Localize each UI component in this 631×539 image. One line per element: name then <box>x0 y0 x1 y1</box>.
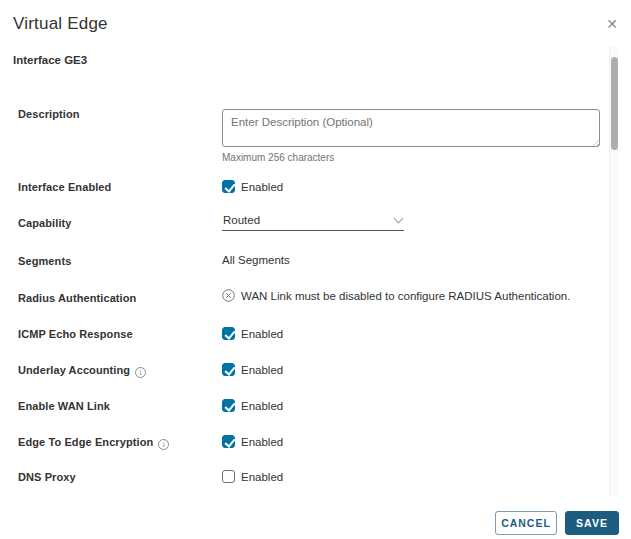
scrollbar-track[interactable] <box>609 46 618 497</box>
dns-proxy-checkbox[interactable] <box>222 470 235 483</box>
description-label: Description <box>18 108 208 120</box>
icmp-echo-response-checkbox-row[interactable]: Enabled <box>222 327 283 340</box>
edge-to-edge-encryption-checkbox-row[interactable]: Enabled <box>222 435 283 448</box>
icmp-echo-response-checkbox[interactable] <box>222 327 235 340</box>
scrollbar-thumb[interactable] <box>611 57 618 150</box>
virtual-edge-dialog: Virtual Edge ✕ Interface GE3 Description… <box>0 0 631 539</box>
checkbox-label: Enabled <box>241 181 283 193</box>
checkbox-label: Enabled <box>241 364 283 376</box>
enable-wan-link-label: Enable WAN Link <box>18 400 208 412</box>
info-icon[interactable]: i <box>158 439 169 450</box>
icmp-echo-response-label: ICMP Echo Response <box>18 328 208 340</box>
radius-authentication-message-row: WAN Link must be disabled to configure R… <box>222 289 570 302</box>
description-input[interactable] <box>222 109 600 147</box>
description-helper: Maximum 256 characters <box>222 152 334 163</box>
interface-enabled-checkbox[interactable] <box>222 180 235 193</box>
checkbox-label: Enabled <box>241 400 283 412</box>
save-button[interactable]: SAVE <box>565 511 619 535</box>
underlay-accounting-checkbox-row[interactable]: Enabled <box>222 363 283 376</box>
capability-select[interactable]: Routed <box>222 211 404 231</box>
dns-proxy-label: DNS Proxy <box>18 471 208 483</box>
checkbox-label: Enabled <box>241 328 283 340</box>
enable-wan-link-checkbox-row[interactable]: Enabled <box>222 399 283 412</box>
checkbox-label: Enabled <box>241 436 283 448</box>
segments-label: Segments <box>18 255 208 267</box>
checkbox-label: Enabled <box>241 471 283 483</box>
underlay-accounting-label-text: Underlay Accounting <box>18 364 130 376</box>
circle-x-icon <box>222 289 235 302</box>
enable-wan-link-checkbox[interactable] <box>222 399 235 412</box>
edge-to-edge-encryption-label-text: Edge To Edge Encryption <box>18 436 153 448</box>
dns-proxy-checkbox-row[interactable]: Enabled <box>222 470 283 483</box>
interface-enabled-checkbox-row[interactable]: Enabled <box>222 180 283 193</box>
segments-value: All Segments <box>222 254 290 266</box>
radius-authentication-message: WAN Link must be disabled to configure R… <box>241 290 570 302</box>
radius-authentication-label: Radius Authentication <box>18 292 208 304</box>
info-icon[interactable]: i <box>135 367 146 378</box>
underlay-accounting-label: Underlay Accountingi <box>18 364 208 378</box>
capability-label: Capability <box>18 217 208 229</box>
close-icon[interactable]: ✕ <box>604 16 620 32</box>
dialog-title: Virtual Edge <box>13 14 108 34</box>
underlay-accounting-checkbox[interactable] <box>222 363 235 376</box>
capability-selected-value: Routed <box>222 211 404 230</box>
interface-subtitle: Interface GE3 <box>13 54 87 66</box>
cancel-button[interactable]: CANCEL <box>495 511 557 535</box>
interface-enabled-label: Interface Enabled <box>18 181 208 193</box>
edge-to-edge-encryption-label: Edge To Edge Encryptioni <box>18 436 208 450</box>
edge-to-edge-encryption-checkbox[interactable] <box>222 435 235 448</box>
